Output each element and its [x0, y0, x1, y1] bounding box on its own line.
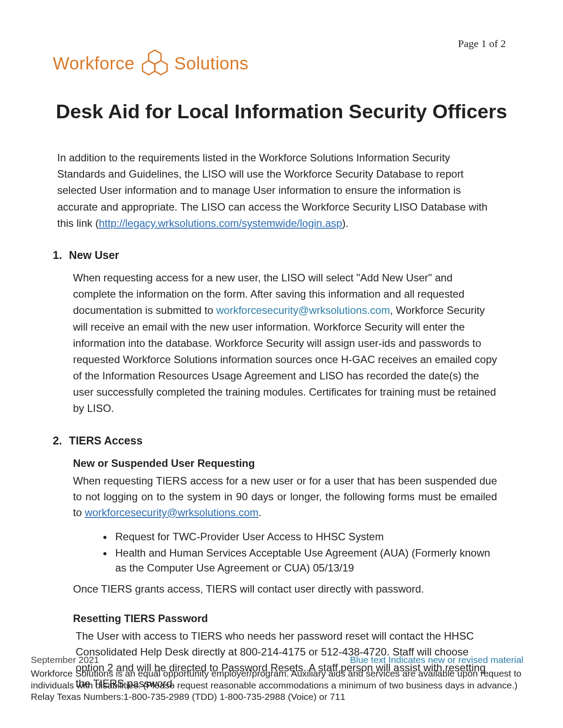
sub1-text-after: . [259, 506, 262, 518]
section-number: 1. [53, 249, 62, 262]
svg-marker-2 [143, 61, 155, 75]
paren-open: ( [95, 217, 99, 229]
email-link[interactable]: workforcesecurity@wrksolutions.com [216, 304, 390, 316]
footer-date: September 2021 [31, 655, 99, 665]
logo-text-workforce: Workforce [53, 54, 135, 73]
hexagon-cluster-icon [135, 48, 175, 78]
logo-text-solutions: Solutions [174, 54, 249, 73]
email-link[interactable]: workforcesecurity@wrksolutions.com [85, 506, 259, 518]
section-1-heading: 1. New User [53, 249, 510, 262]
footer-legal-text: Workforce Solutions is an equal opportun… [31, 668, 523, 703]
sub-heading-reset: Resetting TIERS Password [73, 610, 497, 626]
document-title: Desk Aid for Local Information Security … [53, 100, 510, 123]
page-number: Page 1 of 2 [458, 38, 506, 50]
login-link[interactable]: http://legacy.wrksolutions.com/systemwid… [99, 217, 342, 229]
section-1-body: When requesting access for a new user, t… [73, 269, 510, 417]
sub1-body: When requesting TIERS access for a new u… [73, 473, 497, 521]
s1-text-after: , Workforce Security will receive an ema… [73, 304, 497, 414]
list-item: Health and Human Services Acceptable Use… [113, 546, 497, 576]
logo: Workforce Solutions [53, 48, 510, 78]
section-number: 2. [53, 434, 62, 447]
svg-marker-1 [155, 61, 167, 75]
section-title: New User [69, 249, 119, 262]
list-item: Request for TWC-Provider User Access to … [113, 529, 497, 545]
paren-close: ). [342, 217, 349, 229]
sub-heading-new-suspended: New or Suspended User Requesting [73, 455, 497, 471]
intro-paragraph: In addition to the requirements listed i… [53, 149, 510, 231]
forms-list: Request for TWC-Provider User Access to … [113, 529, 497, 576]
revision-note: Blue text Indicates new or revised mater… [350, 655, 523, 665]
page-footer: September 2021 Blue text Indicates new o… [31, 655, 523, 703]
section-2-heading: 2. TIERS Access [53, 434, 510, 447]
sub1-closing: Once TIERS grants access, TIERS will con… [73, 581, 497, 597]
section-title: TIERS Access [69, 434, 143, 447]
